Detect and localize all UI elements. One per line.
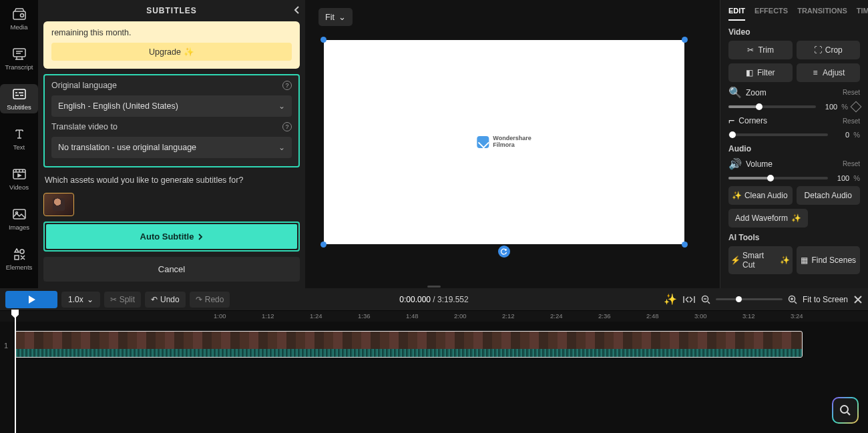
volume-slider[interactable] xyxy=(728,177,828,179)
highlight-icon[interactable]: ✨ xyxy=(664,293,677,306)
nav-label: Subtitles xyxy=(7,103,31,111)
keyframe-icon[interactable] xyxy=(851,101,862,113)
sparkle-icon: ✨ xyxy=(791,213,801,223)
tab-transitions[interactable]: TRANSITIONS xyxy=(797,7,847,21)
zoom-out-icon[interactable] xyxy=(701,295,710,304)
nav-label: Images xyxy=(9,224,29,231)
nav-elements[interactable]: Elements xyxy=(0,244,38,274)
speed-dropdown[interactable]: 1.0x⌄ xyxy=(61,292,100,308)
zoom-icon: 🔍 xyxy=(728,86,742,99)
clean-audio-button[interactable]: ✨Clean Audio xyxy=(728,186,793,205)
timeline-tracks[interactable]: 1 xyxy=(0,322,868,433)
undo-icon: ↶ xyxy=(151,295,158,304)
zoom-in-icon[interactable] xyxy=(788,295,797,304)
corners-value: 0 xyxy=(832,131,849,139)
chevron-down-icon: ⌄ xyxy=(339,12,346,22)
sparkle-icon: ✨ xyxy=(184,47,194,57)
auto-subtitle-button[interactable]: Auto Subtitle xyxy=(46,224,297,249)
media-icon xyxy=(12,7,27,21)
timeline-zoom-slider[interactable] xyxy=(716,298,783,300)
properties-panel: EDIT EFFECTS TRANSITIONS TIMING Video ✂T… xyxy=(720,0,868,288)
panel-title: SUBTITLES xyxy=(146,6,197,15)
zoom-reset[interactable]: Reset xyxy=(843,89,860,96)
volume-reset[interactable]: Reset xyxy=(843,160,860,167)
smart-cut-button[interactable]: ⚡Smart Cut✨ xyxy=(728,246,793,274)
scissors-icon: ✂ xyxy=(110,295,117,304)
undo-button[interactable]: ↶Undo xyxy=(145,292,186,308)
find-scenes-button[interactable]: ▦Find Scenes xyxy=(797,246,861,274)
selection-handle[interactable] xyxy=(682,242,688,248)
nav-label: Transcript xyxy=(5,63,33,71)
text-icon xyxy=(12,127,27,141)
translate-label: Translate video to xyxy=(51,122,118,131)
corners-reset[interactable]: Reset xyxy=(843,117,860,125)
zoom-slider[interactable] xyxy=(728,105,816,108)
logo-mark-icon xyxy=(477,136,489,148)
chevron-down-icon: ⌄ xyxy=(278,143,285,152)
detach-audio-button[interactable]: Detach Audio xyxy=(797,186,861,205)
adjust-icon: ≡ xyxy=(811,69,819,77)
adjust-button[interactable]: ≡Adjust xyxy=(797,63,861,82)
panel-drag-handle[interactable] xyxy=(427,286,441,288)
crop-icon: ⛶ xyxy=(814,46,822,54)
tab-timing[interactable]: TIMING xyxy=(857,7,868,21)
nav-subtitles[interactable]: Subtitles xyxy=(0,84,38,113)
translate-select[interactable]: No translation - use original language ⌄ xyxy=(51,137,292,158)
original-lang-select[interactable]: English - English (United States) ⌄ xyxy=(51,95,292,117)
snap-icon[interactable] xyxy=(682,295,696,304)
transcript-icon xyxy=(12,47,27,61)
canvas-fit-dropdown[interactable]: Fit⌄ xyxy=(318,8,353,26)
video-section-title: Video xyxy=(728,27,860,37)
nav-images[interactable]: Images xyxy=(0,204,38,234)
scenes-icon: ▦ xyxy=(800,256,808,264)
add-waveform-button[interactable]: Add Waveform✨ xyxy=(728,209,808,228)
selection-handle[interactable] xyxy=(320,37,327,43)
corners-icon: ⌐ xyxy=(728,115,734,127)
videos-icon xyxy=(12,167,27,181)
chevron-right-icon xyxy=(198,234,203,240)
svg-rect-2 xyxy=(13,49,25,57)
volume-value: 100 xyxy=(832,174,849,182)
nav-label: Elements xyxy=(6,264,33,271)
nav-text[interactable]: Text xyxy=(0,124,38,153)
fit-to-screen-button[interactable]: Fit to Screen xyxy=(803,295,848,304)
nav-media[interactable]: Media xyxy=(0,4,38,33)
corners-slider[interactable] xyxy=(728,133,828,136)
properties-tabs: EDIT EFFECTS TRANSITIONS TIMING xyxy=(720,0,868,21)
filter-button[interactable]: ◧Filter xyxy=(728,63,793,82)
nav-transcript[interactable]: Transcript xyxy=(0,44,38,73)
subtitles-panel: SUBTITLES remaining this month. Upgrade✨… xyxy=(38,0,305,288)
timecode: 0:00.000 / 3:19.552 xyxy=(399,295,468,304)
nav-videos[interactable]: Videos xyxy=(0,164,38,193)
redo-button: ↷Redo xyxy=(190,292,230,308)
zoom-label: Zoom xyxy=(746,88,767,97)
refresh-icon[interactable] xyxy=(498,246,510,258)
selection-handle[interactable] xyxy=(682,37,688,43)
playhead[interactable] xyxy=(15,311,16,433)
play-button[interactable] xyxy=(5,291,57,308)
trim-button[interactable]: ✂Trim xyxy=(728,41,793,59)
help-icon[interactable]: ? xyxy=(282,81,292,90)
preview-canvas[interactable]: WondershareFilmora xyxy=(324,40,684,244)
close-icon[interactable] xyxy=(853,295,863,304)
cancel-button[interactable]: Cancel xyxy=(43,257,300,282)
split-button: ✂Split xyxy=(104,292,141,308)
help-icon[interactable]: ? xyxy=(282,122,292,131)
crop-button[interactable]: ⛶Crop xyxy=(797,41,861,59)
zoom-value: 100 xyxy=(820,103,837,111)
collapse-panel-icon[interactable] xyxy=(293,5,301,15)
video-clip[interactable] xyxy=(15,331,803,358)
assets-question: Which assets would you like to generate … xyxy=(43,173,300,187)
select-value: English - English (United States) xyxy=(58,101,178,111)
audio-section-title: Audio xyxy=(728,144,860,153)
selection-handle[interactable] xyxy=(320,242,327,248)
asset-thumbnail[interactable] xyxy=(43,193,74,216)
ai-search-button[interactable] xyxy=(832,397,859,424)
volume-icon: 🔊 xyxy=(728,157,742,170)
tab-effects[interactable]: EFFECTS xyxy=(754,7,788,21)
svg-rect-3 xyxy=(13,89,25,99)
tab-edit[interactable]: EDIT xyxy=(728,7,745,21)
timeline-ruler[interactable]: 1:00 1:12 1:24 1:36 1:48 2:00 2:12 2:24 … xyxy=(0,311,868,322)
upgrade-button[interactable]: Upgrade✨ xyxy=(51,43,292,61)
images-icon xyxy=(12,207,27,222)
